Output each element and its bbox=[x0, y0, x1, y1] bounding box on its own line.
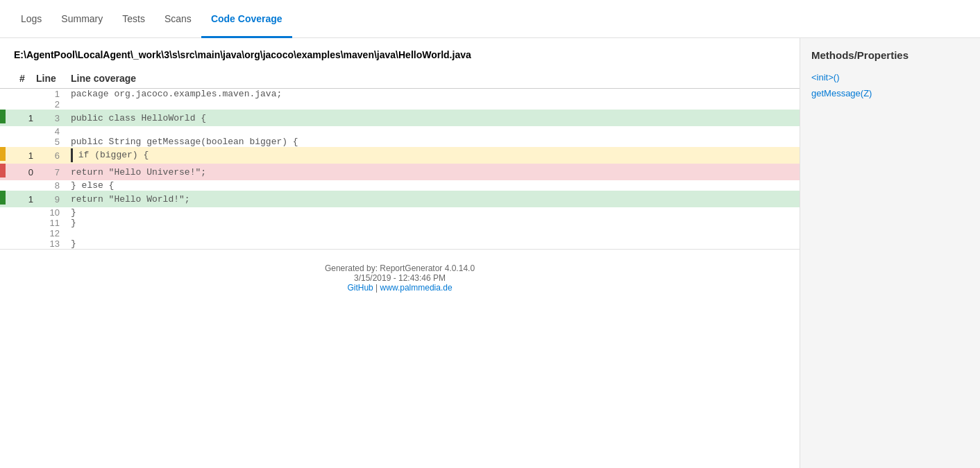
table-row: 12 bbox=[0, 228, 800, 239]
line-num-cell: 4 bbox=[36, 126, 71, 137]
count-cell bbox=[19, 239, 36, 249]
code-cell: public class HelloWorld { bbox=[71, 110, 800, 126]
main-layout: E:\AgentPool\LocalAgent\_work\3\s\src\ma… bbox=[0, 38, 980, 468]
col-header-coverage: Line coverage bbox=[71, 69, 800, 89]
table-row: 2 bbox=[0, 99, 800, 110]
line-num-cell: 1 bbox=[36, 89, 71, 100]
table-row: 19 return "Hello World!"; bbox=[0, 191, 800, 207]
count-cell: 1 bbox=[19, 110, 36, 126]
table-row: 10 } bbox=[0, 207, 800, 218]
coverage-bar-cell bbox=[0, 180, 19, 191]
footer: Generated by: ReportGenerator 4.0.14.0 3… bbox=[0, 249, 800, 306]
sidebar-method-link[interactable]: getMessage(Z) bbox=[811, 88, 969, 98]
table-row: 5 public String getMessage(boolean bigge… bbox=[0, 137, 800, 147]
code-cell: if (bigger) { bbox=[71, 147, 800, 164]
code-cell bbox=[71, 228, 800, 239]
nav-bar: Logs Summary Tests Scans Code Coverage bbox=[0, 0, 980, 38]
table-row: 13} bbox=[0, 239, 800, 249]
table-row: 4 bbox=[0, 126, 800, 137]
table-row: 11 } bbox=[0, 218, 800, 228]
code-cell: public String getMessage(boolean bigger)… bbox=[71, 137, 800, 147]
coverage-bar-cell bbox=[0, 99, 19, 110]
coverage-bar-cell bbox=[0, 239, 19, 249]
coverage-bar-cell bbox=[0, 218, 19, 228]
coverage-bar-cell bbox=[0, 137, 19, 147]
file-path: E:\AgentPool\LocalAgent\_work\3\s\src\ma… bbox=[0, 38, 800, 69]
code-cell bbox=[71, 99, 800, 110]
code-cell: } else { bbox=[71, 180, 800, 191]
nav-code-coverage[interactable]: Code Coverage bbox=[201, 0, 292, 38]
coverage-bar-cell bbox=[0, 207, 19, 218]
footer-website-link[interactable]: www.palmmedia.de bbox=[380, 283, 453, 293]
current-line-marker bbox=[71, 148, 73, 162]
count-cell bbox=[19, 180, 36, 191]
coverage-bar-cell bbox=[0, 126, 19, 137]
nav-scans[interactable]: Scans bbox=[155, 0, 201, 38]
code-cell: } bbox=[71, 239, 800, 249]
coverage-bar-cell bbox=[0, 147, 19, 164]
nav-summary[interactable]: Summary bbox=[51, 0, 112, 38]
sidebar-method-link[interactable]: <init>() bbox=[811, 72, 969, 83]
sidebar-links: <init>()getMessage(Z) bbox=[811, 72, 969, 98]
nav-logs[interactable]: Logs bbox=[11, 0, 51, 38]
footer-github-link[interactable]: GitHub bbox=[347, 283, 373, 293]
table-row: 13public class HelloWorld { bbox=[0, 110, 800, 126]
content-area: E:\AgentPool\LocalAgent\_work\3\s\src\ma… bbox=[0, 38, 800, 468]
footer-links: GitHub | www.palmmedia.de bbox=[14, 283, 786, 293]
code-cell: package org.jacoco.examples.maven.java; bbox=[71, 89, 800, 100]
table-row: 16 if (bigger) { bbox=[0, 147, 800, 164]
line-num-cell: 6 bbox=[36, 147, 71, 164]
code-cell: return "Hello World!"; bbox=[71, 191, 800, 207]
line-num-cell: 5 bbox=[36, 137, 71, 147]
footer-line2: 3/15/2019 - 12:43:46 PM bbox=[14, 273, 786, 283]
coverage-bar-cell bbox=[0, 110, 19, 126]
nav-tests[interactable]: Tests bbox=[112, 0, 155, 38]
line-num-cell: 12 bbox=[36, 228, 71, 239]
sidebar-title: Methods/Properties bbox=[811, 49, 969, 61]
line-num-cell: 13 bbox=[36, 239, 71, 249]
code-cell bbox=[71, 126, 800, 137]
count-cell bbox=[19, 218, 36, 228]
line-num-cell: 8 bbox=[36, 180, 71, 191]
code-table: # Line Line coverage 1package org.jacoco… bbox=[0, 69, 800, 249]
footer-line1: Generated by: ReportGenerator 4.0.14.0 bbox=[14, 263, 786, 273]
code-cell: } bbox=[71, 207, 800, 218]
sidebar: Methods/Properties <init>()getMessage(Z) bbox=[800, 38, 980, 468]
count-cell bbox=[19, 99, 36, 110]
col-header-line: Line bbox=[36, 69, 71, 89]
count-cell: 0 bbox=[19, 164, 36, 180]
count-cell bbox=[19, 228, 36, 239]
line-num-cell: 2 bbox=[36, 99, 71, 110]
count-cell: 1 bbox=[19, 147, 36, 164]
count-cell bbox=[19, 207, 36, 218]
table-row: 8 } else { bbox=[0, 180, 800, 191]
col-header-hash: # bbox=[19, 69, 36, 89]
coverage-bar-cell bbox=[0, 228, 19, 239]
coverage-bar-cell bbox=[0, 191, 19, 207]
count-cell: 1 bbox=[19, 191, 36, 207]
table-row: 1package org.jacoco.examples.maven.java; bbox=[0, 89, 800, 100]
table-row: 07 return "Hello Universe!"; bbox=[0, 164, 800, 180]
line-num-cell: 11 bbox=[36, 218, 71, 228]
line-num-cell: 3 bbox=[36, 110, 71, 126]
col-header-bar bbox=[0, 69, 19, 89]
line-num-cell: 7 bbox=[36, 164, 71, 180]
line-num-cell: 10 bbox=[36, 207, 71, 218]
code-cell: } bbox=[71, 218, 800, 228]
count-cell bbox=[19, 126, 36, 137]
code-cell: return "Hello Universe!"; bbox=[71, 164, 800, 180]
coverage-bar-cell bbox=[0, 164, 19, 180]
coverage-bar-cell bbox=[0, 89, 19, 100]
line-num-cell: 9 bbox=[36, 191, 71, 207]
count-cell bbox=[19, 89, 36, 100]
count-cell bbox=[19, 137, 36, 147]
